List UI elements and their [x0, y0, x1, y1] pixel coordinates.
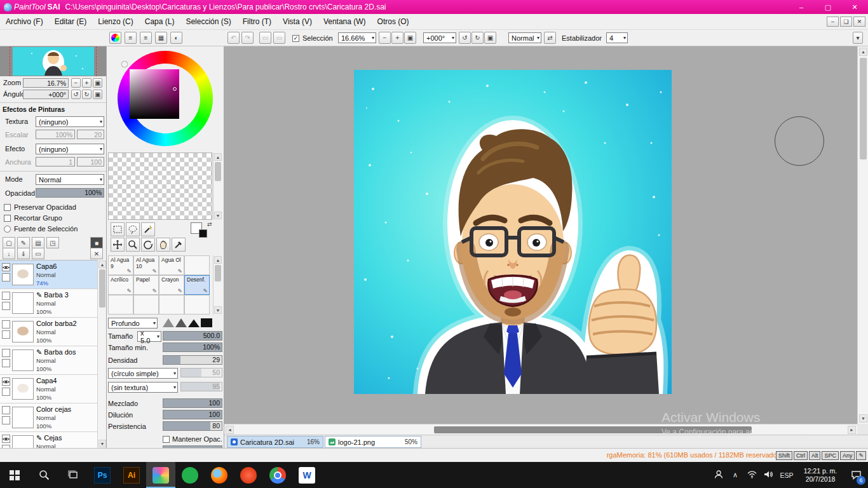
layer-mode-dropdown[interactable]: Normal▾	[36, 174, 104, 185]
nav-rotate-reset-button[interactable]: ▣	[93, 90, 102, 99]
saturation-square[interactable]	[130, 69, 179, 119]
layer-row-capa4[interactable]: Capa4 Normal 100%	[0, 375, 97, 403]
layer-lock-toggle[interactable]	[2, 330, 10, 339]
nav-rotate-ccw-button[interactable]: ↺	[71, 90, 81, 99]
toolbar-overflow-button[interactable]: ▾	[853, 32, 863, 44]
taskbar-app-sai[interactable]	[146, 462, 175, 488]
stabilizer-dropdown[interactable]: 4▾	[606, 32, 628, 43]
brush-preset-al-agua-9[interactable]: Al Agua9✎	[108, 255, 133, 275]
brush-preset-desenf[interactable]: Desenf.✎	[184, 275, 210, 295]
maximize-button[interactable]: ▢	[815, 0, 841, 14]
brush-preset-al-agua-10[interactable]: Al Agua10✎	[133, 255, 159, 275]
rotate-view-tool[interactable]	[141, 238, 155, 252]
scratchpad[interactable]	[108, 152, 212, 220]
brush-tip-soft[interactable]	[175, 318, 187, 327]
hsv-sliders-panel-button[interactable]: ≡	[140, 32, 152, 44]
menu-ventana[interactable]: Ventana (W)	[318, 14, 372, 29]
special-mode-button[interactable]: ■	[90, 237, 103, 248]
hand-tool[interactable]	[156, 238, 170, 252]
undo-button[interactable]: ↶	[227, 32, 240, 44]
magic-wand-tool[interactable]	[141, 222, 155, 236]
taskbar-app-illustrator[interactable]: Ai	[117, 462, 146, 488]
layer-visibility-toggle[interactable]	[2, 435, 10, 443]
canvas-vscrollbar[interactable]: ▲ ▼	[857, 46, 868, 424]
taskbar-search-button[interactable]	[29, 462, 58, 488]
brush-preset-slot[interactable]	[184, 295, 210, 315]
textura-dropdown[interactable]: (ninguno)▾	[36, 116, 104, 127]
brush-preset-crayon[interactable]: Crayon✎	[159, 275, 184, 295]
brush-texture-dropdown[interactable]: (sin textura)▾	[108, 382, 178, 393]
taskbar-app-red[interactable]	[234, 462, 263, 488]
persistence-slider[interactable]: 80	[163, 421, 222, 431]
menu-otros[interactable]: Otros (O)	[372, 14, 415, 29]
scratchpad-scrollbar[interactable]: ▲ ▼	[213, 152, 222, 220]
new-layer-set-button[interactable]: ▤	[32, 237, 44, 248]
close-button[interactable]: ✕	[841, 0, 868, 14]
layer-row-capa6[interactable]: Capa6 Normal 74%	[0, 261, 97, 289]
tab-logo21[interactable]: logo-21.png 50%	[325, 436, 421, 448]
keep-opacity-checkbox[interactable]	[163, 435, 170, 443]
move-tool[interactable]	[111, 238, 125, 252]
volume-tray-icon[interactable]	[760, 470, 776, 480]
layer-row-color-barba2[interactable]: Color barba2 Normal 100%	[0, 318, 97, 346]
layer-opacity-slider[interactable]: 100%	[36, 188, 104, 198]
layer-row-barba-dos[interactable]: ✎ Barba dos Normal 100%	[0, 346, 97, 375]
hue-marker[interactable]	[122, 62, 127, 67]
transfer-down-button[interactable]: ↓	[3, 248, 15, 259]
redo-button[interactable]: ↷	[241, 32, 254, 44]
layer-visibility-toggle[interactable]	[2, 349, 10, 357]
hidden-icons-chevron[interactable]: ∧	[727, 471, 743, 479]
taskbar-app-photoshop[interactable]: Ps	[88, 462, 117, 488]
new-mask-button[interactable]: ◳	[46, 237, 59, 248]
nav-zoom-in-button[interactable]: +	[82, 78, 92, 88]
layer-lock-toggle[interactable]	[2, 273, 10, 281]
menu-vista[interactable]: Vista (V)	[277, 14, 318, 29]
nav-zoom-value[interactable]: 16.7%	[23, 78, 69, 88]
tab-caricatura[interactable]: Caricatura 2D.sai 16%	[227, 436, 323, 448]
brush-preset-slot[interactable]	[159, 295, 184, 315]
layer-row-barba3[interactable]: ✎ Barba 3 Normal 100%	[0, 289, 97, 318]
rotation-dropdown[interactable]: +000°▾	[423, 32, 456, 43]
task-view-button[interactable]	[58, 462, 88, 488]
lasso-tool[interactable]	[126, 222, 140, 236]
brush-grid-scrollbar[interactable]: ▲ ▼	[213, 255, 222, 315]
brush-tip-flat[interactable]	[201, 318, 212, 327]
swap-colors-icon[interactable]: ⇄	[207, 221, 212, 227]
taskbar-app-chrome[interactable]	[263, 462, 292, 488]
start-button[interactable]	[0, 462, 29, 488]
nav-zoom-out-button[interactable]: −	[71, 78, 81, 88]
density-slider[interactable]: 29	[163, 355, 222, 365]
rotate-cw-button[interactable]: ↻	[471, 32, 484, 44]
layers-scrollbar[interactable]: ▲ ▼	[97, 260, 107, 448]
menu-editar[interactable]: Editar (E)	[49, 14, 93, 29]
canvas-area[interactable]: ▲ ▼ ◄ ►	[224, 46, 868, 435]
canvas-document[interactable]	[354, 70, 672, 394]
zoom-reset-button[interactable]: ▣	[404, 32, 416, 44]
brush-shape-dropdown[interactable]: (círculo simple)▾	[108, 368, 178, 379]
new-linework-layer-button[interactable]: ✎	[17, 237, 30, 248]
clock[interactable]: 12:21 p. m. 20/7/2018	[797, 467, 844, 484]
layer-lock-toggle[interactable]	[2, 302, 10, 310]
blend-mode-dropdown[interactable]: Normal▾	[508, 32, 541, 43]
invert-selection-button[interactable]: ▭	[273, 32, 285, 44]
brush-tip-hard[interactable]	[188, 318, 200, 327]
people-tray-icon[interactable]	[710, 470, 727, 480]
size-slider[interactable]: 500.0	[163, 331, 222, 341]
nav-angle-value[interactable]: +000°	[23, 90, 69, 99]
menu-filtro[interactable]: Filtro (T)	[237, 14, 277, 29]
min-size-slider[interactable]: 100%	[163, 342, 222, 352]
layer-row-color-cejas[interactable]: Color cejas Normal 100%	[0, 403, 97, 432]
doc-restore-button[interactable]: ❏	[840, 17, 852, 27]
taskbar-app-firefox[interactable]	[205, 462, 234, 488]
brush-preset-empty[interactable]	[184, 255, 210, 275]
action-center-button[interactable]: 6	[844, 462, 868, 488]
layer-visibility-toggle[interactable]	[2, 406, 10, 414]
color-wheel-panel-button[interactable]	[109, 32, 121, 44]
nav-zoom-reset-button[interactable]: ▣	[93, 78, 102, 88]
doc-close-button[interactable]: ✕	[853, 17, 865, 27]
minimize-button[interactable]: –	[788, 0, 815, 14]
background-swatch[interactable]	[199, 229, 207, 238]
size-mult-dropdown[interactable]: x 5.0▾	[137, 331, 161, 342]
clear-layer-button[interactable]: ▭	[32, 248, 44, 259]
zoom-tool[interactable]	[126, 238, 140, 252]
